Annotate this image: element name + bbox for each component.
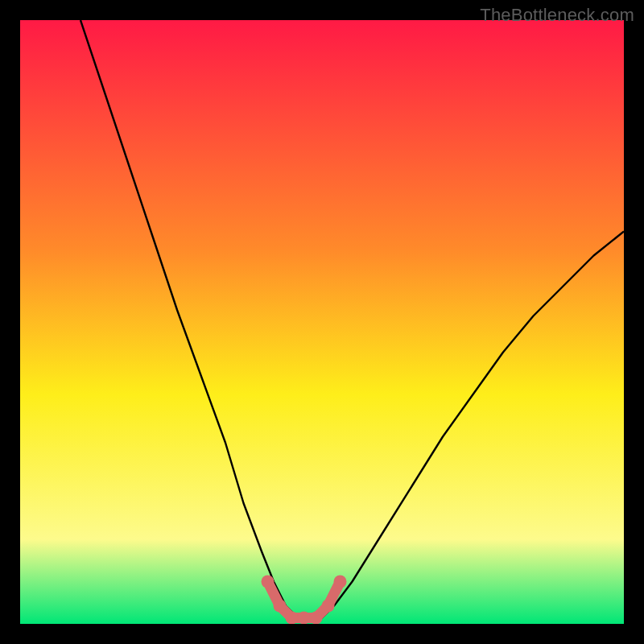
trough-point: [274, 600, 287, 613]
chart-svg: [20, 20, 624, 624]
trough-point: [298, 612, 311, 625]
trough-point: [286, 612, 299, 625]
trough-point: [322, 600, 335, 613]
trough-point: [262, 576, 275, 588]
plot-area: [20, 20, 624, 624]
trough-point: [310, 612, 323, 625]
chart-frame: TheBottleneck.com: [0, 0, 644, 644]
trough-point: [334, 576, 347, 588]
